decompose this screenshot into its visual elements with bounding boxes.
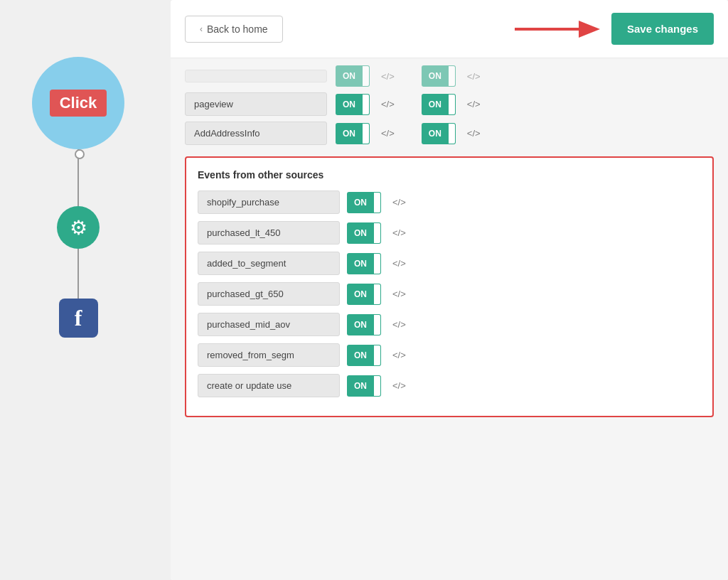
event-row-purchased-lt-450: purchased_lt_450 ON </> xyxy=(198,221,701,245)
col-pair-create-or-update-use: ON </> xyxy=(347,375,412,397)
row-cols: ON </> ON </> xyxy=(336,65,714,87)
toggle-group: ON xyxy=(336,65,370,87)
click-node: Click xyxy=(32,57,124,149)
toggle-slider-added-to-segment xyxy=(374,253,381,274)
toggle-on-removed-from-segm[interactable]: ON xyxy=(347,345,374,366)
toggle-slider xyxy=(363,65,370,87)
toggle-group-pageview-1: ON xyxy=(336,94,370,115)
toggle-slider-create-or-update-use xyxy=(374,375,381,397)
toggle-slider-addaddressinfo-2 xyxy=(449,123,456,144)
toggle-group-purchased-lt-450: ON xyxy=(347,222,381,244)
toggle-group-addaddressinfo-2: ON xyxy=(422,123,456,144)
col-pair-purchased-mid-aov: ON </> xyxy=(347,314,412,335)
code-icon-addaddressinfo-1[interactable]: </> xyxy=(375,128,400,139)
event-row-removed-from-segm: removed_from_segm ON </> xyxy=(198,343,701,367)
col-pair-purchased-lt-450: ON </> xyxy=(347,222,412,244)
code-icon-create-or-update-use[interactable]: </> xyxy=(387,380,412,391)
toggle-on-button[interactable]: ON xyxy=(336,65,363,87)
toggle-slider-pageview-2 xyxy=(449,94,456,115)
main-panel: ‹ Back to home Save changes xyxy=(171,0,728,580)
event-name-shopify-purchase: shopify_purchase xyxy=(198,190,340,214)
toggle-on-button-2[interactable]: ON xyxy=(422,65,449,87)
toggle-group-purchased-gt-650: ON xyxy=(347,284,381,305)
toggle-on-addaddressinfo-2[interactable]: ON xyxy=(422,123,449,144)
connector-line-2 xyxy=(77,249,79,299)
code-icon-purchased-gt-650[interactable]: </> xyxy=(387,289,412,299)
event-row-purchased-gt-650: purchased_gt_650 ON </> xyxy=(198,282,701,306)
content-area: ON </> ON </> pagevie xyxy=(171,58,728,580)
event-name-added-to-segment: added_to_segment xyxy=(198,252,340,275)
event-row-pageview: pageview ON </> ON </> xyxy=(185,92,714,116)
col-pair-added-to-segment: ON </> xyxy=(347,253,412,274)
col-pair-pageview-2: ON </> xyxy=(422,94,486,115)
col-pair-2: ON </> xyxy=(422,65,486,87)
toggle-slider-purchased-mid-aov xyxy=(374,314,381,335)
arrow-container xyxy=(283,15,611,43)
toggle-on-added-to-segment[interactable]: ON xyxy=(347,253,374,274)
red-arrow-icon xyxy=(515,15,600,43)
toggle-group-2: ON xyxy=(422,65,456,87)
event-row-create-or-update-use: create or update use ON </> xyxy=(198,374,701,397)
event-row-shopify-purchase: shopify_purchase ON </> xyxy=(198,190,701,214)
event-name-purchased-gt-650: purchased_gt_650 xyxy=(198,282,340,306)
toggle-on-purchased-mid-aov[interactable]: ON xyxy=(347,314,374,335)
event-name-purchased-lt-450: purchased_lt_450 xyxy=(198,221,340,245)
toggle-group-pageview-2: ON xyxy=(422,94,456,115)
toggle-slider-shopify-purchase xyxy=(374,192,381,213)
event-name-removed-from-segm: removed_from_segm xyxy=(198,343,340,367)
toggle-on-purchased-gt-650[interactable]: ON xyxy=(347,284,374,305)
toggle-on-purchased-lt-450[interactable]: ON xyxy=(347,222,374,244)
other-sources-title: Events from other sources xyxy=(198,169,701,181)
back-button[interactable]: ‹ Back to home xyxy=(185,16,283,43)
event-row-addaddressinfo: AddAddressInfo ON </> ON xyxy=(185,122,714,145)
code-icon-pageview-1[interactable]: </> xyxy=(375,99,400,109)
code-icon-pageview-2[interactable]: </> xyxy=(461,99,486,109)
gear-node: ⚙ xyxy=(57,206,100,249)
facebook-node: f xyxy=(59,299,98,338)
col-pair-shopify-purchase: ON </> xyxy=(347,192,412,213)
toggle-group-addaddressinfo-1: ON xyxy=(336,123,370,144)
toggle-slider-2 xyxy=(449,65,456,87)
col-pair-1: ON </> xyxy=(336,65,400,87)
code-icon-removed-from-segm[interactable]: </> xyxy=(387,350,412,360)
connector-line-1 xyxy=(77,149,79,206)
code-icon-purchased-lt-450[interactable]: </> xyxy=(387,227,412,238)
code-icon-shopify-purchase[interactable]: </> xyxy=(387,197,412,208)
event-row-added-to-segment: added_to_segment ON </> xyxy=(198,252,701,275)
event-name-purchased-mid-aov: purchased_mid_aov xyxy=(198,313,340,336)
partial-event-row: ON </> ON </> xyxy=(185,65,714,87)
save-button[interactable]: Save changes xyxy=(611,13,714,45)
event-name-addaddressinfo: AddAddressInfo xyxy=(185,122,327,145)
event-name-create-or-update-use: create or update use xyxy=(198,374,340,397)
toggle-on-create-or-update-use[interactable]: ON xyxy=(347,375,374,397)
code-icon[interactable]: </> xyxy=(375,71,400,82)
code-icon-2[interactable]: </> xyxy=(461,71,486,82)
toggle-slider-purchased-gt-650 xyxy=(374,284,381,305)
code-icon-addaddressinfo-2[interactable]: </> xyxy=(461,128,486,139)
col-pair-addaddressinfo-2: ON </> xyxy=(422,123,486,144)
toggle-on-addaddressinfo-1[interactable]: ON xyxy=(336,123,363,144)
event-row-purchased-mid-aov: purchased_mid_aov ON </> xyxy=(198,313,701,336)
row-cols-addaddressinfo: ON </> ON </> xyxy=(336,123,714,144)
left-sidebar: Click ⚙ f xyxy=(0,0,156,580)
top-rows: ON </> ON </> pagevie xyxy=(185,58,714,145)
code-icon-purchased-mid-aov[interactable]: </> xyxy=(387,319,412,330)
event-name-pageview: pageview xyxy=(185,92,327,116)
toggle-on-pageview-2[interactable]: ON xyxy=(422,94,449,115)
toggle-slider-addaddressinfo-1 xyxy=(363,123,370,144)
facebook-icon: f xyxy=(75,305,82,331)
toggle-group-added-to-segment: ON xyxy=(347,253,381,274)
col-pair-pageview-1: ON </> xyxy=(336,94,400,115)
code-icon-added-to-segment[interactable]: </> xyxy=(387,258,412,269)
toggle-group-create-or-update-use: ON xyxy=(347,375,381,397)
toggle-group-removed-from-segm: ON xyxy=(347,345,381,366)
other-sources-box: Events from other sources shopify_purcha… xyxy=(185,156,714,417)
top-bar: ‹ Back to home Save changes xyxy=(171,0,728,58)
svg-marker-1 xyxy=(579,21,600,38)
toggle-on-pageview-1[interactable]: ON xyxy=(336,94,363,115)
toggle-on-shopify-purchase[interactable]: ON xyxy=(347,192,374,213)
back-label: Back to home xyxy=(207,23,268,35)
toggle-group-purchased-mid-aov: ON xyxy=(347,314,381,335)
row-cols-pageview: ON </> ON </> xyxy=(336,94,714,115)
toggle-group-shopify-purchase: ON xyxy=(347,192,381,213)
